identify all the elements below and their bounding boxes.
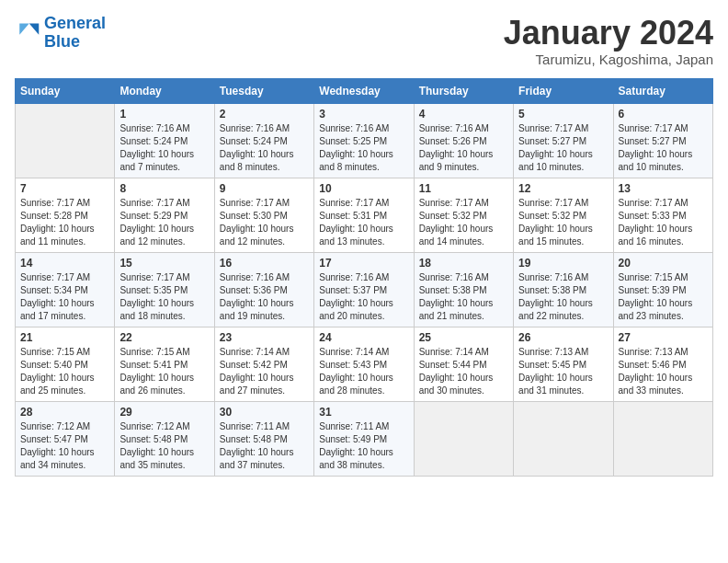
header-wednesday: Wednesday <box>314 78 414 103</box>
day-info: Sunrise: 7:17 AMSunset: 5:27 PMDaylight:… <box>619 122 708 174</box>
day-cell: 17Sunrise: 7:16 AMSunset: 5:37 PMDayligh… <box>314 252 414 327</box>
day-number: 23 <box>220 331 309 344</box>
day-number: 5 <box>518 108 608 121</box>
day-cell: 8Sunrise: 7:17 AMSunset: 5:29 PMDaylight… <box>115 178 214 252</box>
day-cell: 29Sunrise: 7:12 AMSunset: 5:48 PMDayligh… <box>115 401 214 476</box>
day-number: 26 <box>518 331 608 344</box>
header-saturday: Saturday <box>613 78 712 103</box>
day-number: 25 <box>419 331 508 344</box>
day-cell: 12Sunrise: 7:17 AMSunset: 5:32 PMDayligh… <box>514 178 613 252</box>
day-cell: 4Sunrise: 7:16 AMSunset: 5:26 PMDaylight… <box>414 103 513 178</box>
header-sunday: Sunday <box>16 78 115 103</box>
day-number: 9 <box>220 182 309 195</box>
day-info: Sunrise: 7:12 AMSunset: 5:48 PMDaylight:… <box>119 420 209 472</box>
day-cell: 22Sunrise: 7:15 AMSunset: 5:41 PMDayligh… <box>115 327 214 401</box>
day-info: Sunrise: 7:11 AMSunset: 5:48 PMDaylight:… <box>220 420 309 472</box>
day-number: 19 <box>518 257 608 270</box>
day-number: 14 <box>20 257 109 270</box>
day-number: 28 <box>20 406 109 419</box>
day-info: Sunrise: 7:11 AMSunset: 5:49 PMDaylight:… <box>319 420 408 472</box>
week-row-2: 7Sunrise: 7:17 AMSunset: 5:28 PMDaylight… <box>16 178 713 252</box>
day-number: 3 <box>319 108 408 121</box>
day-number: 18 <box>419 257 508 270</box>
day-info: Sunrise: 7:17 AMSunset: 5:34 PMDaylight:… <box>20 271 109 323</box>
logo-line2: Blue <box>44 32 80 51</box>
day-cell: 5Sunrise: 7:17 AMSunset: 5:27 PMDaylight… <box>514 103 613 178</box>
day-cell: 18Sunrise: 7:16 AMSunset: 5:38 PMDayligh… <box>414 252 513 327</box>
logo-line1: General <box>44 14 106 32</box>
day-number: 6 <box>619 108 708 121</box>
day-cell: 30Sunrise: 7:11 AMSunset: 5:48 PMDayligh… <box>214 401 313 476</box>
day-cell: 13Sunrise: 7:17 AMSunset: 5:33 PMDayligh… <box>613 178 712 252</box>
day-cell: 23Sunrise: 7:14 AMSunset: 5:42 PMDayligh… <box>214 327 313 401</box>
day-info: Sunrise: 7:16 AMSunset: 5:37 PMDaylight:… <box>319 271 408 323</box>
header-tuesday: Tuesday <box>214 78 313 103</box>
day-cell: 28Sunrise: 7:12 AMSunset: 5:47 PMDayligh… <box>16 401 115 476</box>
svg-marker-1 <box>19 23 29 34</box>
day-number: 15 <box>119 257 209 270</box>
day-info: Sunrise: 7:17 AMSunset: 5:31 PMDaylight:… <box>319 197 408 248</box>
day-cell: 7Sunrise: 7:17 AMSunset: 5:28 PMDaylight… <box>16 178 115 252</box>
day-info: Sunrise: 7:14 AMSunset: 5:44 PMDaylight:… <box>419 346 508 397</box>
day-number: 16 <box>220 257 309 270</box>
day-info: Sunrise: 7:17 AMSunset: 5:32 PMDaylight:… <box>419 197 508 248</box>
day-cell: 15Sunrise: 7:17 AMSunset: 5:35 PMDayligh… <box>115 252 214 327</box>
day-cell: 6Sunrise: 7:17 AMSunset: 5:27 PMDaylight… <box>613 103 712 178</box>
day-info: Sunrise: 7:16 AMSunset: 5:26 PMDaylight:… <box>419 122 508 174</box>
day-cell: 27Sunrise: 7:13 AMSunset: 5:46 PMDayligh… <box>613 327 712 401</box>
day-cell <box>514 401 613 476</box>
day-cell: 21Sunrise: 7:15 AMSunset: 5:40 PMDayligh… <box>16 327 115 401</box>
day-number: 1 <box>119 108 209 121</box>
day-number: 4 <box>419 108 508 121</box>
header-friday: Friday <box>514 78 613 103</box>
day-info: Sunrise: 7:16 AMSunset: 5:36 PMDaylight:… <box>220 271 309 323</box>
day-cell: 24Sunrise: 7:14 AMSunset: 5:43 PMDayligh… <box>314 327 414 401</box>
day-number: 7 <box>20 182 109 195</box>
day-info: Sunrise: 7:14 AMSunset: 5:43 PMDaylight:… <box>319 346 408 397</box>
day-info: Sunrise: 7:16 AMSunset: 5:24 PMDaylight:… <box>220 122 309 174</box>
day-cell: 2Sunrise: 7:16 AMSunset: 5:24 PMDaylight… <box>214 103 313 178</box>
day-cell: 3Sunrise: 7:16 AMSunset: 5:25 PMDaylight… <box>314 103 414 178</box>
week-row-5: 28Sunrise: 7:12 AMSunset: 5:47 PMDayligh… <box>16 401 713 476</box>
week-row-3: 14Sunrise: 7:17 AMSunset: 5:34 PMDayligh… <box>16 252 713 327</box>
day-number: 12 <box>518 182 608 195</box>
day-cell: 14Sunrise: 7:17 AMSunset: 5:34 PMDayligh… <box>16 252 115 327</box>
day-cell: 10Sunrise: 7:17 AMSunset: 5:31 PMDayligh… <box>314 178 414 252</box>
logo-icon <box>15 20 40 46</box>
day-number: 22 <box>119 331 209 344</box>
day-number: 17 <box>319 257 408 270</box>
day-cell: 9Sunrise: 7:17 AMSunset: 5:30 PMDaylight… <box>214 178 313 252</box>
day-cell <box>613 401 712 476</box>
day-number: 10 <box>319 182 408 195</box>
header-thursday: Thursday <box>414 78 513 103</box>
day-info: Sunrise: 7:17 AMSunset: 5:27 PMDaylight:… <box>518 122 608 174</box>
day-info: Sunrise: 7:16 AMSunset: 5:24 PMDaylight:… <box>119 122 209 174</box>
day-number: 20 <box>619 257 708 270</box>
page-header: General Blue January 2024 Tarumizu, Kago… <box>15 15 713 67</box>
week-row-4: 21Sunrise: 7:15 AMSunset: 5:40 PMDayligh… <box>16 327 713 401</box>
day-cell: 19Sunrise: 7:16 AMSunset: 5:38 PMDayligh… <box>514 252 613 327</box>
day-number: 29 <box>119 406 209 419</box>
day-cell: 20Sunrise: 7:15 AMSunset: 5:39 PMDayligh… <box>613 252 712 327</box>
header-row: SundayMondayTuesdayWednesdayThursdayFrid… <box>16 78 713 103</box>
day-number: 27 <box>619 331 708 344</box>
day-info: Sunrise: 7:17 AMSunset: 5:33 PMDaylight:… <box>619 197 708 248</box>
day-number: 13 <box>619 182 708 195</box>
day-number: 2 <box>220 108 309 121</box>
day-info: Sunrise: 7:17 AMSunset: 5:32 PMDaylight:… <box>518 197 608 248</box>
day-info: Sunrise: 7:13 AMSunset: 5:46 PMDaylight:… <box>619 346 708 397</box>
logo-text: General Blue <box>44 15 106 52</box>
day-info: Sunrise: 7:13 AMSunset: 5:45 PMDaylight:… <box>518 346 608 397</box>
day-info: Sunrise: 7:16 AMSunset: 5:25 PMDaylight:… <box>319 122 408 174</box>
day-info: Sunrise: 7:15 AMSunset: 5:39 PMDaylight:… <box>619 271 708 323</box>
day-cell: 11Sunrise: 7:17 AMSunset: 5:32 PMDayligh… <box>414 178 513 252</box>
calendar-table: SundayMondayTuesdayWednesdayThursdayFrid… <box>15 78 713 477</box>
day-number: 8 <box>119 182 209 195</box>
day-number: 30 <box>220 406 309 419</box>
day-number: 21 <box>20 331 109 344</box>
week-row-1: 1Sunrise: 7:16 AMSunset: 5:24 PMDaylight… <box>16 103 713 178</box>
day-info: Sunrise: 7:15 AMSunset: 5:41 PMDaylight:… <box>119 346 209 397</box>
location-subtitle: Tarumizu, Kagoshima, Japan <box>504 52 713 67</box>
day-info: Sunrise: 7:17 AMSunset: 5:30 PMDaylight:… <box>220 197 309 248</box>
day-cell <box>414 401 513 476</box>
